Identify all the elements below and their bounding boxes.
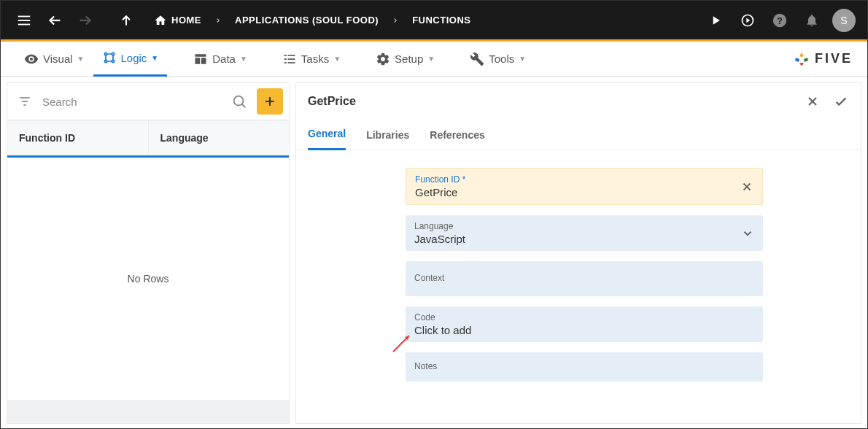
topbar: HOME APPLICATIONS (SOUL FOOD) FUNCTIONS … — [1, 1, 867, 42]
chevron-right-icon — [209, 17, 228, 24]
content: Function ID Language No Rows GetPrice Ge… — [1, 77, 867, 429]
nav-label: Visual — [43, 53, 73, 65]
up-icon[interactable] — [115, 9, 138, 32]
tab-general[interactable]: General — [308, 120, 346, 150]
logic-icon — [102, 50, 117, 65]
breadcrumb-home[interactable]: HOME — [154, 14, 201, 27]
column-function-id[interactable]: Function ID — [7, 120, 149, 155]
nav-logic[interactable]: Logic ▼ — [93, 42, 168, 77]
user-avatar[interactable]: S — [832, 9, 856, 32]
table-header: Function ID Language — [7, 120, 289, 158]
svg-rect-2 — [18, 23, 31, 25]
detail-tabs: General Libraries References — [296, 120, 861, 150]
table-footer — [7, 400, 289, 423]
right-panel: GetPrice General Libraries References Fu… — [295, 82, 861, 424]
svg-point-9 — [112, 60, 114, 62]
deploy-icon[interactable] — [736, 9, 759, 32]
avatar-initial: S — [840, 15, 847, 26]
add-button[interactable] — [257, 88, 283, 115]
dropdown-icon: ▼ — [240, 55, 247, 63]
chevron-right-icon — [386, 17, 405, 24]
svg-rect-15 — [287, 62, 295, 63]
svg-text:?: ? — [777, 15, 783, 26]
topbar-right: ? S — [704, 9, 856, 32]
svg-rect-0 — [18, 15, 31, 17]
left-panel: Function ID Language No Rows — [7, 82, 290, 424]
search-input[interactable] — [42, 83, 222, 120]
svg-rect-11 — [287, 55, 295, 56]
filter-icon[interactable] — [13, 94, 36, 109]
home-icon — [154, 14, 167, 27]
breadcrumb-applications[interactable]: APPLICATIONS (SOUL FOOD) — [235, 15, 379, 26]
breadcrumb-label: APPLICATIONS (SOUL FOOD) — [235, 15, 379, 26]
field-function-id[interactable]: Function ID * GetPrice — [406, 168, 763, 205]
back-icon[interactable] — [43, 9, 66, 32]
nav-data[interactable]: Data ▼ — [185, 42, 256, 77]
nav-tools[interactable]: Tools ▼ — [461, 42, 535, 77]
svg-rect-13 — [287, 58, 295, 60]
empty-state-text: No Rows — [128, 273, 169, 285]
topbar-left: HOME APPLICATIONS (SOUL FOOD) FUNCTIONS — [12, 9, 470, 32]
gear-icon — [376, 52, 390, 66]
nav-label: Setup — [395, 53, 423, 65]
bell-icon[interactable] — [800, 9, 824, 32]
help-icon[interactable]: ? — [768, 9, 791, 32]
nav-label: Data — [212, 53, 236, 65]
field-code[interactable]: Code Click to add — [406, 306, 763, 342]
field-context[interactable]: Context — [406, 261, 763, 296]
svg-point-6 — [104, 53, 106, 55]
close-icon — [805, 94, 820, 109]
dropdown-icon: ▼ — [151, 54, 158, 62]
field-value: JavaScript — [414, 233, 734, 245]
tab-references[interactable]: References — [430, 120, 485, 150]
nav-label: Tasks — [301, 53, 329, 65]
tab-libraries[interactable]: Libraries — [366, 120, 409, 150]
svg-rect-10 — [284, 55, 286, 56]
nav-label: Tools — [489, 53, 514, 65]
search-row — [7, 83, 289, 120]
field-value: GetPrice — [415, 186, 753, 198]
detail-form: Function ID * GetPrice Language JavaScri… — [296, 150, 763, 382]
nav-setup[interactable]: Setup ▼ — [367, 42, 443, 77]
chevron-down-icon[interactable] — [741, 227, 754, 240]
nav-visual[interactable]: Visual ▼ — [15, 42, 93, 77]
menu-icon[interactable] — [12, 9, 36, 32]
tasks-icon — [282, 52, 297, 66]
search-icon[interactable] — [228, 93, 251, 109]
column-label: Language — [160, 132, 209, 144]
field-label: Notes — [414, 361, 754, 371]
field-language[interactable]: Language JavaScript — [406, 215, 763, 251]
eye-icon — [24, 52, 39, 66]
main-nav: Visual ▼ Logic ▼ Data ▼ Tasks ▼ Setup ▼ … — [1, 42, 867, 77]
tools-icon — [470, 52, 484, 66]
field-label: Function ID * — [415, 174, 753, 185]
breadcrumb-label: FUNCTIONS — [412, 15, 470, 26]
column-language[interactable]: Language — [149, 120, 290, 155]
field-label: Language — [414, 221, 734, 231]
brand-name: FIVE — [815, 51, 853, 66]
tab-label: References — [430, 129, 485, 141]
breadcrumb-functions[interactable]: FUNCTIONS — [412, 15, 470, 26]
confirm-button[interactable] — [833, 93, 849, 109]
clear-icon[interactable] — [740, 180, 753, 193]
detail-header: GetPrice — [296, 83, 861, 120]
five-logo-icon — [793, 50, 810, 68]
play-icon[interactable] — [704, 9, 727, 32]
table-body: No Rows — [7, 158, 289, 400]
field-value: Click to add — [414, 324, 754, 336]
check-icon — [833, 93, 849, 109]
breadcrumb: HOME APPLICATIONS (SOUL FOOD) FUNCTIONS — [154, 14, 470, 27]
svg-point-7 — [112, 53, 114, 55]
svg-rect-12 — [284, 58, 286, 60]
close-button[interactable] — [805, 93, 820, 109]
column-label: Function ID — [19, 132, 75, 144]
nav-tasks[interactable]: Tasks ▼ — [274, 42, 349, 77]
header-actions — [805, 93, 849, 109]
svg-point-8 — [104, 60, 106, 62]
dropdown-icon: ▼ — [77, 55, 85, 63]
breadcrumb-label: HOME — [171, 15, 201, 26]
svg-point-19 — [234, 96, 244, 106]
dropdown-icon: ▼ — [333, 55, 341, 63]
field-notes[interactable]: Notes — [406, 352, 763, 382]
svg-rect-1 — [18, 20, 31, 21]
